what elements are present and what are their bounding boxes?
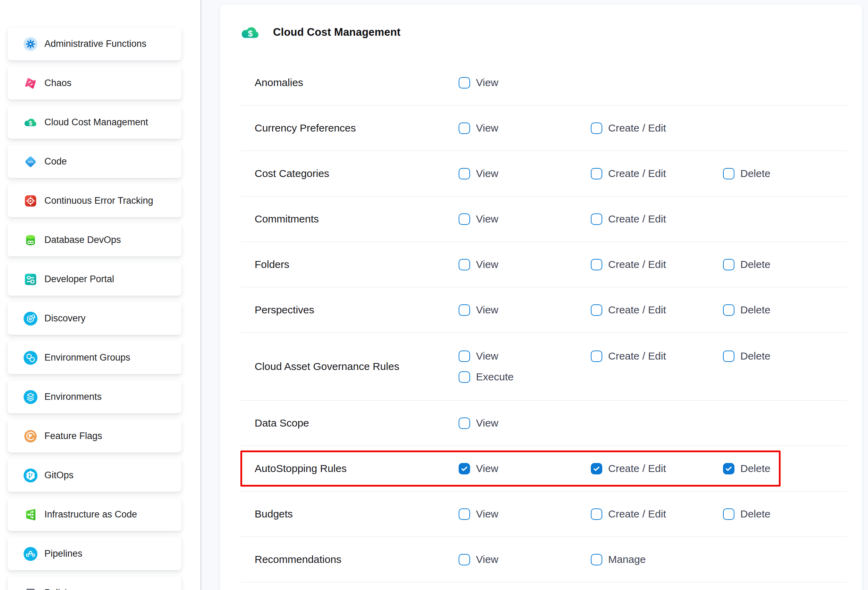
sidebar-item-environments[interactable]: Environments bbox=[7, 380, 182, 413]
page-title: Cloud Cost Management bbox=[273, 26, 401, 38]
view-checkbox[interactable] bbox=[459, 305, 470, 316]
permission-label[interactable]: Create / Edit bbox=[608, 463, 666, 475]
permission-create-edit: Create / Edit bbox=[591, 304, 723, 316]
view-checkbox[interactable] bbox=[459, 463, 470, 475]
main-panel: $ Cloud Cost Management AnomaliesViewCur… bbox=[201, 0, 868, 590]
permission-label[interactable]: Delete bbox=[740, 508, 771, 520]
sidebar-item-infrastructure-as-code[interactable]: Infrastructure as Code bbox=[7, 498, 182, 531]
delete-checkbox[interactable] bbox=[723, 350, 734, 362]
sidebar-item-label: Developer Portal bbox=[44, 274, 114, 285]
permission-label[interactable]: Create / Edit bbox=[608, 304, 666, 316]
permission-label[interactable]: View bbox=[476, 553, 498, 565]
sidebar-item-gitops[interactable]: GitOps bbox=[7, 459, 182, 492]
sidebar-item-cloud-cost-management[interactable]: $ Cloud Cost Management bbox=[7, 106, 182, 139]
sidebar-item-label: Environment Groups bbox=[44, 352, 130, 363]
sidebar-item-administrative-functions[interactable]: Administrative Functions bbox=[7, 27, 182, 61]
permission-execute: Execute bbox=[459, 371, 514, 383]
resource-label: Budgets bbox=[255, 508, 459, 520]
permission-rows: AnomaliesViewCurrency PreferencesViewCre… bbox=[220, 60, 862, 583]
sidebar-item-pipelines[interactable]: Pipelines bbox=[7, 537, 182, 570]
create-edit-checkbox[interactable] bbox=[591, 168, 602, 179]
sidebar-item-label: Continuous Error Tracking bbox=[44, 195, 154, 206]
sidebar-item-feature-flags[interactable]: Feature Flags bbox=[7, 420, 182, 452]
view-checkbox[interactable] bbox=[459, 213, 470, 225]
create-edit-checkbox[interactable] bbox=[591, 350, 602, 362]
sidebar-item-database-devops[interactable]: Database DevOps bbox=[7, 223, 182, 256]
permission-row-folders: FoldersViewCreate / EditDelete bbox=[220, 242, 862, 287]
permission-view: View bbox=[459, 259, 591, 271]
permission-label[interactable]: View bbox=[476, 463, 498, 475]
permission-label[interactable]: Create / Edit bbox=[608, 213, 666, 225]
permission-label[interactable]: View bbox=[476, 122, 498, 134]
permission-create-edit: Create / Edit bbox=[591, 213, 666, 225]
permission-label[interactable]: View bbox=[476, 259, 498, 271]
sidebar-item-policies[interactable]: Policies bbox=[7, 577, 182, 590]
permission-label[interactable]: View bbox=[476, 77, 498, 89]
sidebar-item-chaos[interactable]: Chaos bbox=[7, 67, 182, 100]
permission-label[interactable]: Create / Edit bbox=[608, 168, 666, 179]
sidebar-item-list: Administrative Functions Chaos $ Cloud C… bbox=[7, 27, 182, 590]
sidebar-item-environment-groups[interactable]: Environment Groups bbox=[7, 341, 182, 374]
sidebar: Administrative Functions Chaos $ Cloud C… bbox=[0, 0, 201, 590]
create-edit-checkbox[interactable] bbox=[591, 305, 602, 316]
create-edit-checkbox[interactable] bbox=[591, 463, 602, 475]
view-checkbox[interactable] bbox=[459, 77, 470, 89]
delete-checkbox[interactable] bbox=[723, 509, 734, 520]
permission-label[interactable]: View bbox=[476, 508, 498, 520]
view-checkbox[interactable] bbox=[459, 259, 470, 271]
create-edit-checkbox[interactable] bbox=[591, 509, 602, 520]
sidebar-item-continuous-error-tracking[interactable]: Continuous Error Tracking bbox=[7, 184, 182, 217]
execute-checkbox[interactable] bbox=[459, 371, 470, 383]
sidebar-item-developer-portal[interactable]: Developer Portal bbox=[7, 263, 182, 296]
create-edit-checkbox[interactable] bbox=[591, 123, 602, 134]
hexagon-group-icon bbox=[24, 351, 37, 365]
permission-label[interactable]: Create / Edit bbox=[608, 259, 666, 271]
delete-checkbox[interactable] bbox=[723, 168, 734, 179]
permission-view: View bbox=[459, 463, 591, 475]
create-edit-checkbox[interactable] bbox=[591, 259, 602, 271]
manage-checkbox[interactable] bbox=[591, 554, 602, 565]
sidebar-item-code[interactable]: </> Code bbox=[7, 145, 182, 178]
delete-checkbox[interactable] bbox=[723, 305, 734, 316]
sidebar-item-label: Code bbox=[44, 156, 67, 167]
permission-view: View bbox=[459, 350, 591, 362]
delete-checkbox[interactable] bbox=[723, 463, 734, 475]
permission-label[interactable]: View bbox=[476, 350, 498, 362]
view-checkbox[interactable] bbox=[459, 168, 470, 179]
permission-view: View bbox=[459, 304, 591, 316]
permission-label[interactable]: View bbox=[476, 417, 498, 429]
permission-label[interactable]: View bbox=[476, 304, 498, 316]
permission-view: View bbox=[459, 508, 591, 520]
permission-label[interactable]: Delete bbox=[740, 259, 771, 271]
permission-view: View bbox=[459, 417, 498, 429]
sidebar-item-label: Chaos bbox=[44, 78, 71, 89]
sidebar-item-label: GitOps bbox=[44, 470, 74, 481]
view-checkbox[interactable] bbox=[459, 554, 470, 565]
permission-label[interactable]: Create / Edit bbox=[608, 350, 666, 362]
permission-delete: Delete bbox=[723, 508, 771, 520]
permission-row-currency-preferences: Currency PreferencesViewCreate / Edit bbox=[220, 105, 862, 151]
permission-label[interactable]: Delete bbox=[740, 350, 771, 362]
sidebar-item-label: Pipelines bbox=[44, 549, 83, 559]
resource-label: Data Scope bbox=[255, 417, 459, 429]
permission-label[interactable]: Create / Edit bbox=[608, 508, 666, 520]
permission-label[interactable]: Delete bbox=[740, 304, 771, 316]
permission-delete: Delete bbox=[723, 463, 771, 475]
svg-text:</>: </> bbox=[28, 160, 33, 164]
view-checkbox[interactable] bbox=[459, 350, 470, 362]
flag-circle-icon bbox=[24, 429, 37, 443]
permission-label[interactable]: View bbox=[476, 168, 498, 179]
delete-checkbox[interactable] bbox=[723, 259, 734, 271]
view-checkbox[interactable] bbox=[459, 123, 470, 134]
permission-label[interactable]: View bbox=[476, 213, 498, 225]
view-checkbox[interactable] bbox=[459, 509, 470, 520]
permission-manage: Manage bbox=[591, 553, 646, 565]
permission-label[interactable]: Create / Edit bbox=[608, 122, 666, 134]
permission-label[interactable]: Manage bbox=[608, 553, 646, 565]
sidebar-item-discovery[interactable]: Discovery bbox=[7, 302, 182, 335]
permission-label[interactable]: Delete bbox=[740, 168, 771, 179]
create-edit-checkbox[interactable] bbox=[591, 213, 602, 225]
permission-label[interactable]: Delete bbox=[740, 463, 771, 475]
permission-label[interactable]: Execute bbox=[476, 371, 514, 383]
view-checkbox[interactable] bbox=[459, 417, 470, 429]
